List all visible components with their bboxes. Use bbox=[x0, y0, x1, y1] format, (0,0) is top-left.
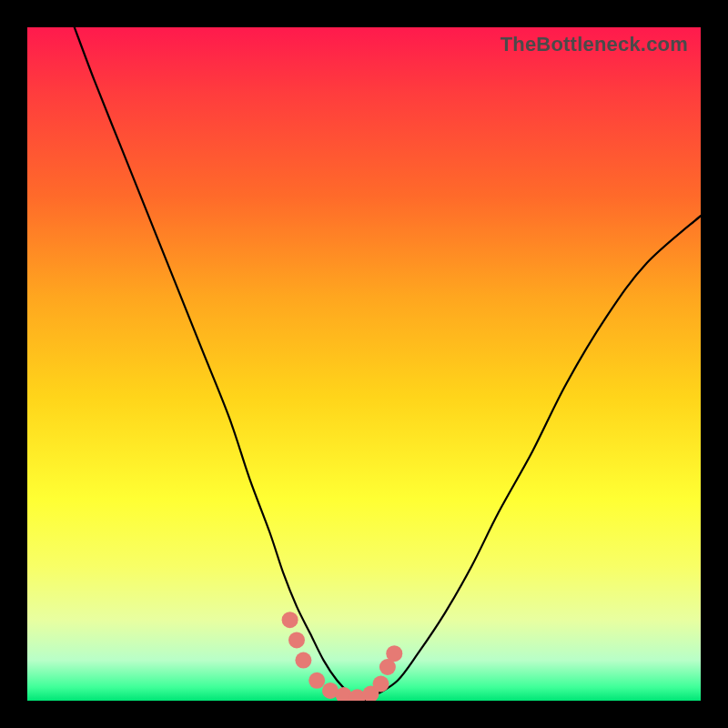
highlight-dot bbox=[386, 645, 402, 662]
highlight-dot bbox=[295, 652, 311, 669]
highlight-dot bbox=[282, 612, 298, 628]
chart-frame: TheBottleneck.com bbox=[0, 0, 728, 728]
plot-area: TheBottleneck.com bbox=[27, 27, 701, 701]
bottleneck-curve bbox=[75, 27, 701, 701]
highlight-dot bbox=[288, 632, 305, 648]
chart-svg bbox=[27, 27, 701, 701]
highlight-dot bbox=[373, 676, 389, 693]
highlight-dots bbox=[282, 612, 403, 701]
highlight-dot bbox=[308, 672, 325, 689]
